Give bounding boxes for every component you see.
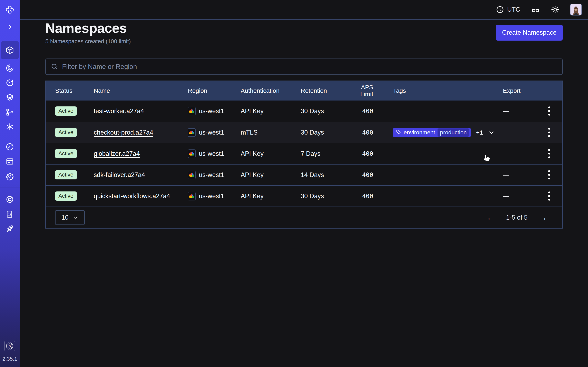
retention-value: 30 Days — [301, 192, 348, 200]
row-actions-menu-button[interactable] — [546, 168, 552, 182]
namespace-link[interactable]: quickstart-workflows.a27a4 — [94, 192, 170, 200]
prev-page-button[interactable]: ← — [486, 213, 495, 222]
aps-limit-value: 400 — [348, 150, 373, 157]
billing-card-icon — [6, 157, 14, 166]
filter-bar — [45, 58, 563, 75]
sidebar-item-nexus[interactable] — [1, 119, 19, 134]
gcp-region-icon — [188, 128, 196, 137]
book-sparkles-icon — [6, 210, 14, 218]
retention-value: 30 Days — [301, 129, 348, 136]
col-header-retention: Retention — [301, 87, 348, 94]
cube-icon — [6, 46, 14, 54]
search-icon — [51, 63, 58, 71]
table-body: Active test-worker.a27a4 us-west1 API Ke… — [46, 100, 562, 207]
sidebar: $ 2.35.1 — [0, 0, 20, 367]
table-row: Active test-worker.a27a4 us-west1 API Ke… — [46, 100, 562, 122]
dollar-badge-icon: $ — [6, 342, 14, 350]
region-label: us-west1 — [199, 171, 224, 179]
timezone-selector[interactable]: UTC — [496, 5, 520, 14]
tag-key: environment — [404, 129, 435, 136]
gcp-region-icon — [188, 107, 196, 115]
namespace-link[interactable]: test-worker.a27a4 — [94, 108, 144, 115]
row-actions-menu-button[interactable] — [546, 147, 552, 160]
temporal-logo-icon[interactable] — [0, 0, 20, 20]
timezone-label: UTC — [507, 6, 520, 13]
sidebar-item-deployments[interactable] — [1, 90, 19, 105]
glasses-icon — [531, 5, 540, 14]
aps-limit-value: 400 — [348, 129, 373, 136]
sidebar-item-billing[interactable] — [1, 154, 19, 169]
table-row: Active checkout-prod.a27a4 us-west1 mTLS… — [46, 122, 562, 143]
sidebar-item-namespaces[interactable] — [1, 41, 19, 59]
tag-more-count[interactable]: +1 — [476, 129, 483, 136]
export-value: — — [503, 150, 536, 157]
col-header-region: Region — [188, 87, 241, 94]
next-page-button[interactable]: → — [539, 213, 547, 222]
export-value: — — [503, 171, 536, 179]
col-header-tags: Tags — [373, 87, 503, 94]
col-header-export: Export — [503, 87, 536, 94]
page-size-select[interactable]: 10 — [55, 210, 85, 225]
tag-expand-chevron-icon[interactable] — [488, 129, 494, 136]
gauge-icon — [6, 142, 14, 151]
status-badge: Active — [55, 149, 77, 158]
retention-value: 30 Days — [301, 108, 348, 115]
pricing-button[interactable]: $ — [4, 341, 15, 351]
namespace-link[interactable]: sdk-failover.a27a4 — [94, 171, 145, 178]
region-label: us-west1 — [199, 150, 224, 157]
auth-method: API Key — [241, 108, 301, 115]
theme-toggle-button[interactable] — [551, 5, 559, 14]
aps-limit-value: 400 — [348, 108, 373, 115]
topbar: UTC — [20, 0, 588, 20]
create-namespace-button[interactable]: Create Namespace — [496, 25, 563, 41]
tag-pill[interactable]: environment production — [393, 128, 471, 137]
pagination-range: 1-5 of 5 — [506, 214, 527, 221]
rocket-icon — [6, 225, 14, 233]
table-row: Active sdk-failover.a27a4 us-west1 API K… — [46, 164, 562, 185]
table-footer: 10 ← 1-5 of 5 → — [46, 207, 562, 228]
main-content: Namespaces 5 Namespaces created (100 lim… — [20, 0, 588, 229]
row-actions-menu-button[interactable] — [546, 104, 552, 118]
filter-input[interactable] — [62, 63, 557, 71]
sidebar-item-docs[interactable] — [1, 207, 19, 221]
layers-icon — [6, 93, 14, 102]
sidebar-item-activity[interactable] — [1, 61, 19, 75]
tags-cell: environment production +1 — [373, 128, 503, 137]
sidebar-item-support[interactable] — [1, 192, 19, 207]
status-badge: Active — [55, 192, 77, 201]
namespaces-table: Status Name Region Authentication Retent… — [45, 81, 563, 229]
row-actions-menu-button[interactable] — [546, 189, 552, 203]
tag-group: environment production +1 — [393, 128, 494, 137]
namespace-link[interactable]: checkout-prod.a27a4 — [94, 129, 153, 136]
gcp-region-icon — [188, 171, 196, 179]
sidebar-item-settings[interactable] — [1, 169, 19, 184]
sidebar-item-workflows[interactable] — [1, 105, 19, 119]
namespace-link[interactable]: globalizer.a27a4 — [94, 150, 140, 157]
auth-method: API Key — [241, 192, 301, 200]
col-header-aps-limit: APS Limit — [348, 84, 373, 98]
gcp-region-icon — [188, 150, 196, 158]
branch-icon — [6, 108, 14, 117]
col-header-name: Name — [94, 87, 188, 94]
sidebar-item-schedules[interactable] — [1, 75, 19, 90]
gear-icon — [6, 172, 14, 180]
region-label: us-west1 — [199, 108, 224, 115]
auth-method: API Key — [241, 171, 301, 179]
accessibility-glasses-button[interactable] — [531, 5, 540, 14]
row-actions-menu-button[interactable] — [546, 126, 552, 139]
auth-method: API Key — [241, 150, 301, 157]
auth-method: mTLS — [241, 129, 301, 136]
user-avatar[interactable] — [570, 4, 582, 16]
page-size-value: 10 — [61, 214, 68, 221]
clock-icon — [496, 5, 504, 14]
sidebar-item-getting-started[interactable] — [1, 221, 19, 236]
sidebar-item-usage[interactable] — [1, 140, 19, 154]
region-label: us-west1 — [199, 129, 224, 136]
region-label: us-west1 — [199, 192, 224, 200]
table-row: Active quickstart-workflows.a27a4 us-wes… — [46, 185, 562, 207]
svg-text:$: $ — [9, 344, 11, 348]
sidebar-collapse-toggle[interactable] — [1, 20, 19, 34]
col-header-status: Status — [55, 87, 94, 94]
aps-limit-value: 400 — [348, 171, 373, 178]
timer-icon — [6, 78, 14, 87]
